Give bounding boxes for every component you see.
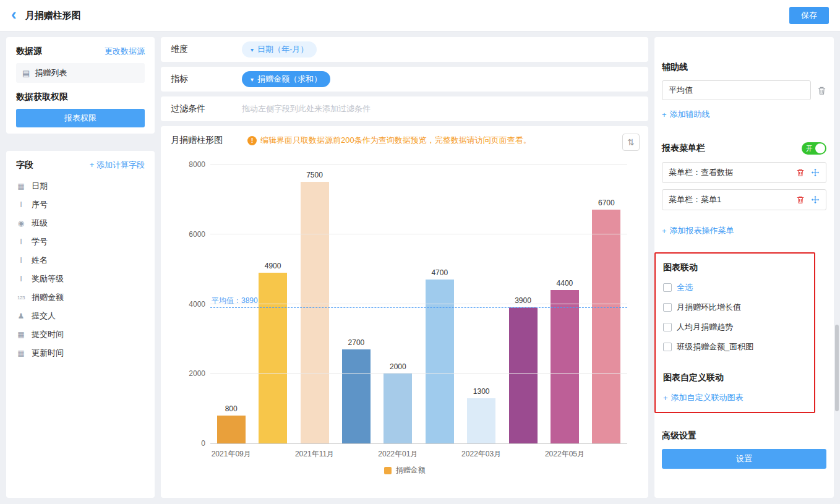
move-icon[interactable] bbox=[811, 168, 820, 177]
change-datasource-link[interactable]: 更改数据源 bbox=[105, 46, 145, 57]
field-item[interactable]: Ⅰ奖励等级 bbox=[16, 270, 145, 288]
field-item[interactable]: ▦提交时间 bbox=[16, 325, 145, 344]
delete-aux-line-icon[interactable] bbox=[817, 86, 826, 95]
number-icon: 123 bbox=[16, 295, 26, 301]
linkage-option[interactable]: 班级捐赠金额_面积图 bbox=[663, 341, 807, 352]
add-report-menu-link[interactable]: + 添加报表操作菜单 bbox=[662, 225, 734, 236]
report-permission-button[interactable]: 报表权限 bbox=[16, 109, 145, 127]
bar[interactable] bbox=[592, 210, 620, 443]
add-aux-line-link[interactable]: + 添加辅助线 bbox=[662, 109, 710, 120]
field-label: 提交时间 bbox=[32, 329, 64, 340]
field-item[interactable]: Ⅰ姓名 bbox=[16, 251, 145, 270]
field-item[interactable]: Ⅰ学号 bbox=[16, 233, 145, 251]
plus-icon: + bbox=[662, 226, 667, 236]
editor-column: 维度 ▾ 日期（年-月） 指标 ▾ 捐赠金额（求和） 过滤条件 拖动左侧字段到此… bbox=[161, 37, 648, 498]
back-button[interactable]: ‹ bbox=[11, 6, 17, 22]
checkbox[interactable] bbox=[663, 323, 672, 331]
bar-cell: 2700 bbox=[335, 164, 377, 443]
move-icon[interactable] bbox=[811, 195, 820, 204]
bar[interactable] bbox=[217, 416, 246, 443]
bar[interactable] bbox=[426, 280, 454, 443]
gridline bbox=[210, 164, 627, 164]
linkage-option[interactable]: 人均月捐赠趋势 bbox=[663, 322, 807, 333]
field-item[interactable]: ◉班级 bbox=[16, 214, 145, 233]
metric-row: 指标 ▾ 捐赠金额（求和） bbox=[161, 67, 648, 92]
aux-line-section: 辅助线 + 添加辅助线 bbox=[662, 62, 826, 120]
linkage-option-label: 班级捐赠金额_面积图 bbox=[677, 341, 753, 352]
bar[interactable] bbox=[467, 398, 495, 443]
select-icon: ◉ bbox=[16, 219, 26, 228]
field-label: 班级 bbox=[32, 218, 48, 229]
delete-icon[interactable] bbox=[796, 168, 805, 177]
bar[interactable] bbox=[384, 374, 412, 443]
linkage-option[interactable]: 月捐赠环比增长值 bbox=[663, 302, 807, 313]
bar[interactable] bbox=[509, 307, 538, 443]
bar-value-label: 1300 bbox=[473, 387, 490, 396]
menu-bar-toggle[interactable]: 开 bbox=[802, 142, 826, 155]
menu-item-label: 菜单栏：菜单1 bbox=[669, 194, 721, 205]
plus-icon: + bbox=[662, 110, 667, 119]
chart-linkage-panel: 图表联动 全选 月捐赠环比增长值人均月捐赠趋势班级捐赠金额_面积图 图表自定义联… bbox=[654, 252, 815, 413]
field-item[interactable]: Ⅰ序号 bbox=[16, 195, 145, 214]
x-tick-label: 2021年11月 bbox=[295, 449, 334, 459]
bar-value-label: 4700 bbox=[431, 268, 448, 277]
bar-cell: 44002022年05月 bbox=[544, 164, 585, 443]
fields-title: 字段 bbox=[16, 160, 33, 171]
aux-line-input[interactable] bbox=[662, 80, 811, 100]
sort-button[interactable]: ⇅ bbox=[622, 134, 640, 151]
datasource-item[interactable]: ▤ 捐赠列表 bbox=[16, 63, 145, 83]
gridline bbox=[210, 234, 627, 234]
checkbox[interactable] bbox=[663, 303, 672, 312]
fields-card: 字段 + 添加计算字段 ▦日期Ⅰ序号◉班级Ⅰ学号Ⅰ姓名Ⅰ奖励等级123捐赠金额♟… bbox=[6, 151, 155, 498]
data-permission-title: 数据获取权限 bbox=[16, 92, 145, 103]
filter-label: 过滤条件 bbox=[171, 103, 242, 114]
field-label: 学号 bbox=[32, 236, 48, 247]
select-all-option[interactable]: 全选 bbox=[663, 282, 807, 293]
metric-tag[interactable]: ▾ 捐赠金额（求和） bbox=[242, 71, 330, 87]
field-item[interactable]: ♟提交人 bbox=[16, 307, 145, 325]
filter-dropzone[interactable]: 拖动左侧字段到此处来添加过滤条件 bbox=[242, 103, 371, 114]
chart-legend[interactable]: 捐赠金额 bbox=[171, 465, 638, 476]
menu-bar-section: 报表菜单栏 开 菜单栏：查看数据菜单栏：菜单1 + 添加报表操作菜单 bbox=[662, 142, 826, 236]
bar-cell: 3900 bbox=[502, 164, 544, 443]
add-custom-linkage-link[interactable]: + 添加自定义联动图表 bbox=[663, 392, 744, 403]
field-label: 奖励等级 bbox=[32, 273, 64, 284]
menu-bar-items: 菜单栏：查看数据菜单栏：菜单1 bbox=[662, 162, 826, 210]
field-item[interactable]: ▦日期 bbox=[16, 177, 145, 195]
filter-row: 过滤条件 拖动左侧字段到此处来添加过滤条件 bbox=[161, 96, 648, 121]
field-item[interactable]: ▦更新时间 bbox=[16, 344, 145, 362]
delete-icon[interactable] bbox=[796, 195, 805, 204]
bar[interactable] bbox=[551, 290, 579, 443]
datasource-title: 数据源 bbox=[16, 46, 42, 57]
menu-bar-item: 菜单栏：菜单1 bbox=[662, 189, 826, 210]
table-icon: ▤ bbox=[22, 69, 30, 78]
chart-header: 月捐赠柱形图 ! 编辑界面只取数据源前200条作为查询数据预览，完整数据请访问页… bbox=[171, 135, 638, 146]
bar[interactable] bbox=[301, 182, 329, 443]
dimension-row: 维度 ▾ 日期（年-月） bbox=[161, 37, 648, 62]
add-custom-linkage-label: 添加自定义联动图表 bbox=[671, 392, 744, 403]
save-button[interactable]: 保存 bbox=[789, 7, 829, 24]
warning-text: 编辑界面只取数据源前200条作为查询数据预览，完整数据请访问页面查看。 bbox=[260, 135, 531, 146]
metric-label: 指标 bbox=[171, 74, 242, 85]
scrollbar-thumb[interactable] bbox=[835, 325, 839, 411]
bar-cell: 6700 bbox=[586, 164, 627, 443]
x-tick-label: 2022年03月 bbox=[461, 449, 501, 459]
bar-value-label: 7500 bbox=[306, 171, 323, 179]
bars-row: 8002021年09月490075002021年11月270020002022年… bbox=[210, 164, 627, 443]
checkbox[interactable] bbox=[663, 283, 672, 292]
field-label: 捐赠金额 bbox=[32, 292, 64, 303]
bar[interactable] bbox=[259, 273, 287, 443]
settings-button[interactable]: 设置 bbox=[662, 449, 826, 469]
bar-cell: 75002021年11月 bbox=[294, 164, 335, 443]
linkage-option-label: 月捐赠环比增长值 bbox=[677, 302, 741, 313]
datasource-card: 数据源 更改数据源 ▤ 捐赠列表 数据获取权限 报表权限 bbox=[6, 37, 155, 134]
dimension-tag[interactable]: ▾ 日期（年-月） bbox=[242, 41, 317, 58]
field-item[interactable]: 123捐赠金额 bbox=[16, 288, 145, 307]
y-tick-label: 4000 bbox=[181, 300, 205, 309]
add-report-menu-label: 添加报表操作菜单 bbox=[670, 225, 734, 236]
add-aux-line-label: 添加辅助线 bbox=[670, 109, 710, 120]
add-calc-field-link[interactable]: + 添加计算字段 bbox=[90, 160, 145, 171]
bar[interactable] bbox=[342, 349, 371, 443]
metric-tag-label: 捐赠金额（求和） bbox=[257, 74, 322, 85]
checkbox[interactable] bbox=[663, 343, 672, 351]
